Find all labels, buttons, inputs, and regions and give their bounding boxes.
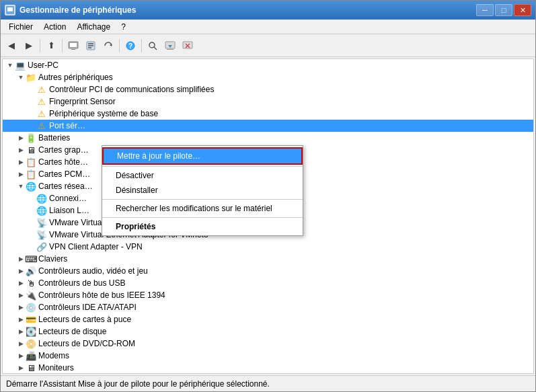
tree-expander[interactable]: ▶ [16,327,26,336]
tree-expander[interactable]: ▶ [16,339,26,348]
scan-button[interactable] [145,38,161,54]
uninstall-button[interactable] [180,38,196,54]
tree-item-icon: 🖥 [26,145,36,155]
ctx-separator [102,217,303,218]
toolbar: ◀ ▶ ⬆ ? [1,34,535,57]
tree-item-label: Contrôleur PCI de communications simplif… [49,85,214,94]
tree-item-icon: 📠 [26,350,36,361]
menu-affichage[interactable]: Affichage [71,21,116,33]
tree-item-lecteurs-cartes[interactable]: ▶ 💳 Lecteurs de cartes à puce [3,313,533,325]
tree-item-icon: ⚠ [36,84,47,95]
install-button[interactable] [162,38,178,54]
ctx-item-uninstall[interactable]: Désinstaller [102,183,303,198]
tree-expander[interactable]: ▶ [16,303,26,312]
tree-item-port-ser[interactable]: ⚠ Port sér… [3,120,533,132]
ctx-item-disable[interactable]: Désactiver [102,168,303,183]
ctx-item-update-driver[interactable]: Mettre à jour le pilote… [102,147,303,165]
svg-rect-16 [167,49,174,50]
tree-item-label: Lecteurs de disque [38,327,106,336]
tree-item-icon: 💳 [26,314,36,325]
tree-expander[interactable]: ▶ [16,133,26,143]
tree-item-label: Connexi… [49,194,87,203]
menu-action[interactable]: Action [38,21,71,33]
window-title: Gestionnaire de périphériques [20,5,476,15]
tree-item-label: Contrôleurs de bus USB [38,278,125,288]
tree-expander[interactable]: ▶ [16,157,26,167]
tree-expander[interactable]: ▶ [16,266,26,276]
tree-item-ctrl-audio[interactable]: ▶ 🔊 Contrôleurs audio, vidéo et jeu [3,265,533,277]
properties-button[interactable] [83,38,99,54]
menu-help[interactable]: ? [116,21,131,33]
tree-item-root[interactable]: ▼ 💻 User-PC [3,59,533,71]
sep1 [40,39,40,52]
tree-expander[interactable]: ▶ [16,351,26,360]
tree-expander[interactable]: ▶ [16,145,26,155]
menu-bar: Fichier Action Affichage ? [1,19,535,34]
app-icon [5,5,15,15]
tree-item-ctrl-bus-usb[interactable]: ▶ 🖱 Contrôleurs de bus USB [3,277,533,289]
tree-expander[interactable]: ▼ [5,61,15,70]
tree-item-label: Moniteurs [38,363,74,373]
tree-item-icon: ⌨ [26,253,36,264]
tree-expander[interactable]: ▶ [16,363,26,373]
tree-item-batteries[interactable]: ▶ 🔋 Batteries [3,132,533,144]
maximize-button[interactable]: □ [495,4,512,16]
tree-item-ctrl-ieee[interactable]: ▶ 🔌 Contrôleurs hôte de bus IEEE 1394 [3,289,533,301]
tree-item-vpn[interactable]: 🔗 VPN Client Adapter - VPN [3,241,533,253]
tree-item-autres[interactable]: ▼ 📁 Autres périphériques [3,71,533,83]
tree-item-label: Cartes PCM… [38,169,90,179]
tree-item-lecteurs-dvd[interactable]: ▶ 📀 Lecteurs de DVD/CD-ROM [3,338,533,350]
tree-item-label: Cartes grap… [38,145,89,155]
status-text: Démarre l'Assistant Mise à jour de pilot… [6,379,270,389]
up-button[interactable]: ⬆ [43,38,59,54]
forward-button[interactable]: ▶ [21,38,37,54]
svg-rect-3 [70,43,77,47]
context-menu: Mettre à jour le pilote…DésactiverDésins… [102,145,303,236]
tree-item-icon: ⚠ [36,108,47,119]
sep3 [119,39,120,52]
tree-item-label: Cartes résea… [38,182,93,191]
ctx-item-properties[interactable]: Propriétés [102,219,303,234]
minimize-button[interactable]: ─ [476,4,494,16]
tree-item-modems[interactable]: ▶ 📠 Modems [3,350,533,362]
tree-item-moniteurs[interactable]: ▶ 🖥 Moniteurs [3,362,533,374]
tree-item-controleur-pci[interactable]: ⚠ Contrôleur PCI de communications simpl… [3,83,533,95]
tree-expander[interactable]: ▶ [16,315,26,324]
tree-item-ctrl-ide[interactable]: ▶ 💿 Contrôleurs IDE ATA/ATAPI [3,301,533,313]
help-button[interactable]: ? [122,38,139,54]
device-tree[interactable]: ▼ 💻 User-PC ▼ 📁 Autres périphériques ⚠ C… [2,58,534,374]
tree-item-label: Contrôleurs hôte de bus IEEE 1394 [38,290,165,300]
ctx-separator [102,166,303,167]
tree-item-label: Autres périphériques [38,73,113,82]
tree-item-label: Lecteurs de DVD/CD-ROM [38,339,135,348]
tree-expander[interactable]: ▶ [16,278,26,288]
window-controls: ─ □ ✕ [476,4,531,16]
back-button[interactable]: ◀ [3,38,20,54]
tree-item-lecteurs-disque[interactable]: ▶ 💽 Lecteurs de disque [3,325,533,338]
tree-expander[interactable]: ▶ [16,169,26,179]
tree-item-icon: 🔊 [26,266,36,276]
close-button[interactable]: ✕ [514,4,531,16]
device-manager-button[interactable] [65,38,81,54]
svg-rect-1 [7,7,13,11]
tree-item-label: VPN Client Adapter - VPN [49,242,143,251]
refresh-button[interactable] [100,38,116,54]
ctx-item-scan[interactable]: Rechercher les modifications sur le maté… [102,201,303,216]
tree-item-icon: 📁 [26,72,36,83]
tree-expander[interactable]: ▼ [16,73,26,82]
tree-item-label: Liaison L… [49,206,89,215]
tree-item-icon: 📡 [36,217,47,228]
tree-expander[interactable]: ▶ [16,290,26,300]
title-bar: Gestionnaire de périphériques ─ □ ✕ [1,1,535,19]
menu-fichier[interactable]: Fichier [3,21,38,33]
tree-item-icon: 🔋 [26,132,36,143]
tree-item-claviers[interactable]: ▶ ⌨ Claviers [3,253,533,265]
tree-expander[interactable]: ▼ [16,182,26,191]
main-window: Gestionnaire de périphériques ─ □ ✕ Fich… [0,0,536,392]
tree-item-icon: 💻 [15,60,26,71]
svg-line-13 [154,47,157,50]
sep4 [141,39,142,52]
tree-item-fingerprint[interactable]: ⚠ Fingerprint Sensor [3,95,533,108]
tree-item-peripherique-sys[interactable]: ⚠ Périphérique système de base [3,108,533,120]
tree-item-icon: 🔌 [26,290,36,301]
